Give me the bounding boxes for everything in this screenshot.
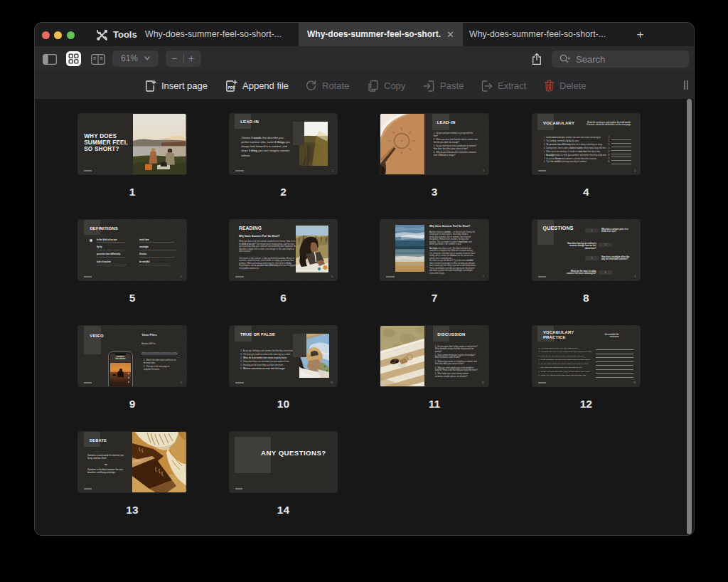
svg-text:PDF: PDF [228,85,235,90]
